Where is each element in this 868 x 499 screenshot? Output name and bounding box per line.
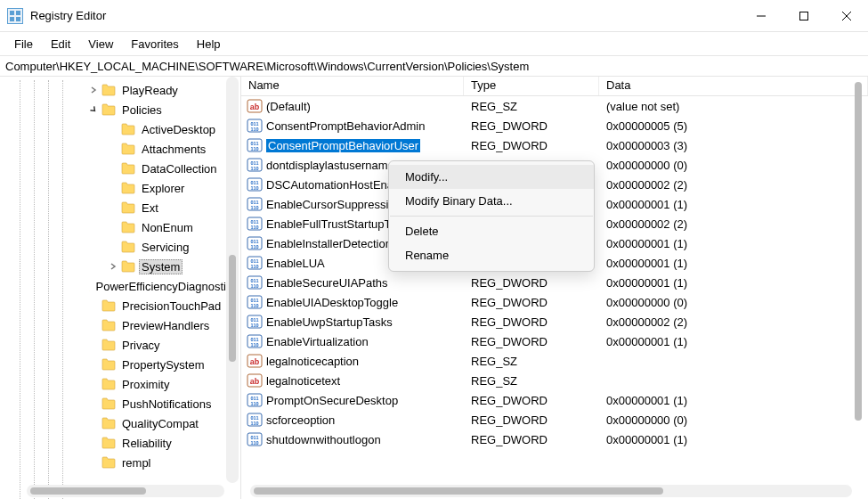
tree-item-label: Servicing xyxy=(139,240,191,255)
value-name: (Default) xyxy=(266,100,464,113)
tree-item[interactable]: Policies xyxy=(4,100,240,119)
menu-help[interactable]: Help xyxy=(188,35,230,53)
svg-text:ab: ab xyxy=(250,377,260,386)
tree-item[interactable]: QualityCompat xyxy=(4,413,240,433)
address-bar[interactable]: Computer\HKEY_LOCAL_MACHINE\SOFTWARE\Mic… xyxy=(0,55,868,77)
value-data: 0x00000000 (0) xyxy=(599,296,868,309)
context-menu-item[interactable]: Delete xyxy=(389,219,594,243)
tree-item[interactable]: Proximity xyxy=(4,374,240,394)
menu-edit[interactable]: Edit xyxy=(42,35,79,53)
tree-item-label: Attachments xyxy=(139,142,208,157)
value-row[interactable]: ab(Default)REG_SZ(value not set) xyxy=(241,96,868,116)
value-row[interactable]: 011110EnableSecureUIAPathsREG_DWORD0x000… xyxy=(241,273,868,292)
value-data: 0x00000001 (1) xyxy=(599,433,868,446)
dword-icon: 011110 xyxy=(247,295,263,309)
value-name: ConsentPromptBehaviorAdmin xyxy=(266,119,464,133)
chevron-icon[interactable] xyxy=(107,182,119,194)
dword-icon: 011110 xyxy=(247,393,263,407)
value-name: EnableVirtualization xyxy=(266,335,464,348)
minimize-button[interactable] xyxy=(740,0,783,31)
chevron-icon[interactable] xyxy=(87,417,100,429)
tree-item-label: NonEnum xyxy=(139,220,196,235)
value-data: (value not set) xyxy=(599,100,868,113)
value-type: REG_DWORD xyxy=(464,119,599,133)
dword-icon: 011110 xyxy=(247,256,263,270)
context-menu-item[interactable]: Modify... xyxy=(389,165,594,189)
menu-view[interactable]: View xyxy=(79,35,122,53)
dword-icon: 011110 xyxy=(247,236,263,250)
svg-text:110: 110 xyxy=(250,401,258,406)
value-row[interactable]: 011110EnableUIADesktopToggleREG_DWORD0x0… xyxy=(241,292,868,312)
tree-item[interactable]: Explorer xyxy=(4,178,240,198)
chevron-icon[interactable] xyxy=(87,299,100,312)
svg-text:110: 110 xyxy=(250,440,258,446)
value-row[interactable]: 011110EnableVirtualizationREG_DWORD0x000… xyxy=(241,331,868,351)
value-name: EnableUwpStartupTasks xyxy=(266,315,464,329)
column-name[interactable]: Name xyxy=(241,77,464,95)
tree-item[interactable]: PrecisionTouchPad xyxy=(4,296,240,315)
column-data[interactable]: Data xyxy=(599,77,868,95)
menu-favorites[interactable]: Favorites xyxy=(122,35,187,53)
value-row[interactable]: 011110ConsentPromptBehaviorUserREG_DWORD… xyxy=(241,135,868,155)
app-icon xyxy=(7,8,23,24)
tree-item[interactable]: Servicing xyxy=(4,237,240,257)
tree-item[interactable]: Ext xyxy=(4,198,240,217)
chevron-icon[interactable] xyxy=(87,84,100,96)
value-row[interactable]: 011110shutdownwithoutlogonREG_DWORD0x000… xyxy=(241,429,868,449)
chevron-icon[interactable] xyxy=(87,437,100,449)
tree-item[interactable]: PushNotifications xyxy=(4,394,240,413)
value-name: EnableUIADesktopToggle xyxy=(266,296,464,309)
tree-item[interactable]: rempl xyxy=(4,453,240,472)
tree-item[interactable]: PreviewHandlers xyxy=(4,315,240,335)
titlebar: Registry Editor xyxy=(0,0,868,32)
tree-item[interactable]: System xyxy=(4,257,240,276)
chevron-icon[interactable] xyxy=(107,260,119,273)
tree-item[interactable]: DataCollection xyxy=(4,159,240,178)
tree-item[interactable]: ActiveDesktop xyxy=(4,119,240,139)
address-path: Computer\HKEY_LOCAL_MACHINE\SOFTWARE\Mic… xyxy=(5,60,529,73)
value-row[interactable]: 011110PromptOnSecureDesktopREG_DWORD0x00… xyxy=(241,390,868,410)
tree-item[interactable]: Privacy xyxy=(4,335,240,355)
tree-item[interactable]: PlayReady xyxy=(4,80,240,100)
folder-icon xyxy=(101,84,116,96)
tree-item[interactable]: NonEnum xyxy=(4,217,240,237)
chevron-icon[interactable] xyxy=(107,201,119,214)
value-row[interactable]: ablegalnoticecaptionREG_SZ xyxy=(241,351,868,371)
value-row[interactable]: 011110scforceoptionREG_DWORD0x00000000 (… xyxy=(241,410,868,429)
chevron-icon[interactable] xyxy=(107,221,119,233)
chevron-icon[interactable] xyxy=(87,319,100,331)
value-row[interactable]: ablegalnoticetextREG_SZ xyxy=(241,371,868,390)
menu-file[interactable]: File xyxy=(5,35,42,53)
value-row[interactable]: 011110EnableUwpStartupTasksREG_DWORD0x00… xyxy=(241,312,868,331)
chevron-icon[interactable] xyxy=(87,456,100,469)
value-data: 0x00000001 (1) xyxy=(599,335,868,348)
tree-item[interactable]: PowerEfficiencyDiagnostics xyxy=(4,276,240,296)
chevron-icon[interactable] xyxy=(87,358,100,371)
value-data: 0x00000001 (1) xyxy=(599,257,868,270)
tree-item[interactable]: Reliability xyxy=(4,433,240,453)
close-button[interactable] xyxy=(825,0,868,31)
chevron-icon[interactable] xyxy=(87,103,100,116)
tree-item[interactable]: PropertySystem xyxy=(4,355,240,374)
svg-text:110: 110 xyxy=(250,323,258,328)
tree-item-label: Policies xyxy=(119,102,165,118)
value-type: REG_DWORD xyxy=(464,276,599,290)
maximize-button[interactable] xyxy=(783,0,825,31)
column-type[interactable]: Type xyxy=(464,77,599,95)
chevron-icon[interactable] xyxy=(87,378,100,390)
chevron-icon[interactable] xyxy=(107,241,119,253)
tree-hscroll[interactable] xyxy=(27,485,224,497)
chevron-icon[interactable] xyxy=(107,162,119,175)
chevron-icon[interactable] xyxy=(107,123,119,135)
tree-item[interactable]: Attachments xyxy=(4,139,240,159)
context-menu-item[interactable]: Rename xyxy=(389,243,594,267)
list-hscroll[interactable] xyxy=(250,485,852,497)
tree-vscroll[interactable] xyxy=(226,77,239,483)
context-menu-item[interactable]: Modify Binary Data... xyxy=(389,189,594,213)
chevron-icon[interactable] xyxy=(87,339,100,351)
list-vscroll[interactable] xyxy=(852,82,864,472)
value-row[interactable]: 011110ConsentPromptBehaviorAdminREG_DWOR… xyxy=(241,116,868,135)
chevron-icon[interactable] xyxy=(87,397,100,410)
chevron-icon[interactable] xyxy=(107,143,119,155)
folder-icon xyxy=(101,358,116,371)
